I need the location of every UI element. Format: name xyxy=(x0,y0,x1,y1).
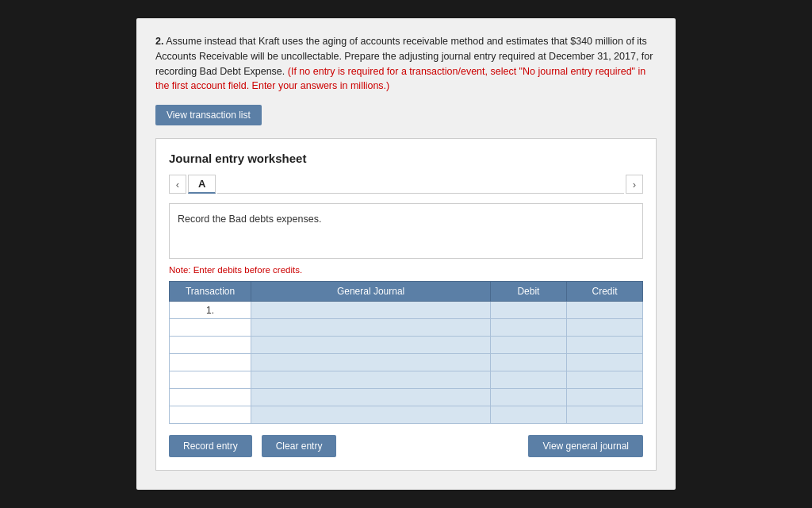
debit-cell-5[interactable] xyxy=(490,371,566,389)
col-header-credit: Credit xyxy=(566,282,642,302)
transaction-cell-7 xyxy=(170,406,251,424)
transaction-cell-1: 1. xyxy=(170,302,251,319)
description-text: Record the Bad debts expenses. xyxy=(178,214,321,225)
debit-cell-2[interactable] xyxy=(490,319,566,337)
col-header-transaction: Transaction xyxy=(170,282,251,302)
record-entry-button[interactable]: Record entry xyxy=(169,435,252,457)
description-box: Record the Bad debts expenses. xyxy=(169,203,643,259)
debit-input-6[interactable] xyxy=(494,389,563,406)
view-transaction-button[interactable]: View transaction list xyxy=(155,105,262,125)
credit-input-7[interactable] xyxy=(570,406,639,423)
debit-cell-7[interactable] xyxy=(490,406,566,424)
problem-number: 2. xyxy=(155,36,163,47)
debit-input-1[interactable] xyxy=(494,302,563,318)
gj-input-3[interactable] xyxy=(255,337,487,353)
debit-cell-1[interactable] xyxy=(490,302,566,319)
debit-input-3[interactable] xyxy=(494,337,563,353)
gj-input-2[interactable] xyxy=(255,319,487,336)
credit-input-1[interactable] xyxy=(570,302,639,318)
transaction-cell-4 xyxy=(170,354,251,371)
credit-cell-5[interactable] xyxy=(566,371,642,389)
gj-input-6[interactable] xyxy=(255,389,487,406)
note-text: Note: Enter debits before credits. xyxy=(169,265,643,275)
gj-cell-3[interactable] xyxy=(251,337,491,354)
credit-cell-7[interactable] xyxy=(566,406,642,424)
tab-a[interactable]: A xyxy=(188,175,216,194)
gj-cell-4[interactable] xyxy=(251,354,491,371)
tab-line xyxy=(217,175,624,194)
tab-navigation: ‹ A › xyxy=(169,175,643,194)
table-row xyxy=(170,406,643,424)
debit-cell-4[interactable] xyxy=(490,354,566,371)
tab-prev-arrow[interactable]: ‹ xyxy=(169,175,186,194)
transaction-cell-2 xyxy=(170,319,251,337)
problem-text: 2. Assume instead that Kraft uses the ag… xyxy=(155,34,657,94)
view-general-journal-button[interactable]: View general journal xyxy=(528,435,643,457)
button-row: Record entry Clear entry View general jo… xyxy=(169,435,643,457)
gj-input-4[interactable] xyxy=(255,354,487,371)
credit-input-6[interactable] xyxy=(570,389,639,406)
transaction-cell-6 xyxy=(170,389,251,406)
credit-input-3[interactable] xyxy=(570,337,639,353)
tab-next-arrow[interactable]: › xyxy=(626,175,643,194)
debit-cell-3[interactable] xyxy=(490,337,566,354)
gj-cell-1[interactable] xyxy=(251,302,491,319)
worksheet-title: Journal entry worksheet xyxy=(169,152,643,165)
debit-cell-6[interactable] xyxy=(490,389,566,406)
transaction-cell-3 xyxy=(170,337,251,354)
table-row xyxy=(170,371,643,389)
table-row xyxy=(170,389,643,406)
gj-cell-2[interactable] xyxy=(251,319,491,337)
clear-entry-button[interactable]: Clear entry xyxy=(262,435,337,457)
journal-table: Transaction General Journal Debit Credit… xyxy=(169,281,643,424)
credit-cell-3[interactable] xyxy=(566,337,642,354)
debit-input-5[interactable] xyxy=(494,371,563,388)
col-header-debit: Debit xyxy=(490,282,566,302)
credit-input-2[interactable] xyxy=(570,319,639,336)
gj-cell-5[interactable] xyxy=(251,371,491,389)
table-row xyxy=(170,354,643,371)
credit-cell-2[interactable] xyxy=(566,319,642,337)
table-row: 1. xyxy=(170,302,643,319)
gj-input-1[interactable] xyxy=(255,302,487,318)
credit-cell-4[interactable] xyxy=(566,354,642,371)
debit-input-7[interactable] xyxy=(494,406,563,423)
credit-input-5[interactable] xyxy=(570,371,639,388)
transaction-cell-5 xyxy=(170,371,251,389)
credit-cell-6[interactable] xyxy=(566,389,642,406)
table-row xyxy=(170,319,643,337)
debit-input-4[interactable] xyxy=(494,354,563,371)
debit-input-2[interactable] xyxy=(494,319,563,336)
credit-cell-1[interactable] xyxy=(566,302,642,319)
gj-input-5[interactable] xyxy=(255,371,487,388)
gj-cell-7[interactable] xyxy=(251,406,491,424)
gj-input-7[interactable] xyxy=(255,406,487,423)
col-header-general-journal: General Journal xyxy=(251,282,491,302)
main-container: 2. Assume instead that Kraft uses the ag… xyxy=(136,18,676,490)
table-row xyxy=(170,337,643,354)
gj-cell-6[interactable] xyxy=(251,389,491,406)
worksheet-container: Journal entry worksheet ‹ A › Record the… xyxy=(155,138,657,471)
credit-input-4[interactable] xyxy=(570,354,639,371)
